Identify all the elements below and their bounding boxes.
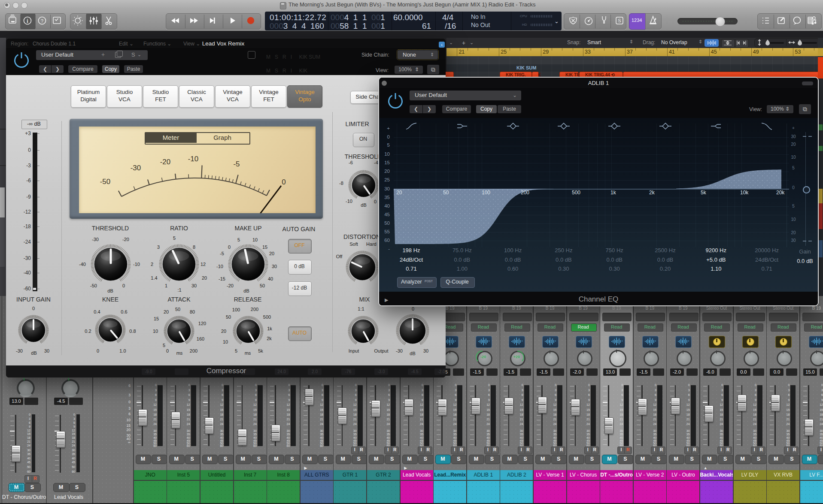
svg-text:i: i [27, 18, 28, 24]
svg-text:?: ? [41, 18, 43, 24]
svg-text:S: S [618, 18, 621, 23]
